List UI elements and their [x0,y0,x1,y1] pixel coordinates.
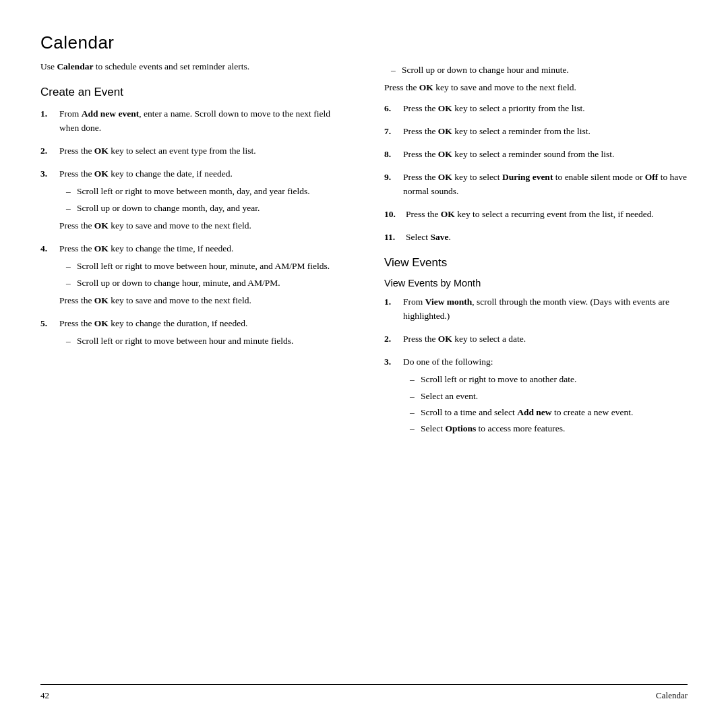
bold-text: OK [438,126,452,136]
list-item: 2. Press the OK key to select an event t… [40,144,344,160]
list-item: – Scroll up or down to change hour and m… [391,63,688,77]
bold-text: OK [94,295,109,305]
create-event-title: Create an Event [40,86,344,99]
bold-text: OK [441,209,455,219]
create-event-list: 1. From Add new event, enter a name. Scr… [40,107,344,352]
list-item: – Scroll up or down to change month, day… [66,202,344,215]
duration-continued-bullets: – Scroll up or down to change hour and m… [391,63,688,77]
item-num: 6. [384,102,403,115]
bold-text: OK [94,220,109,231]
item-content: Press the OK key to change the time, if … [59,242,344,310]
bullet-list: – Scroll left or right to move between m… [66,185,344,215]
item-content: Press the OK key to select a priority fr… [403,102,688,118]
bullet-list: – Scroll left or right to move between h… [66,260,344,290]
item-content: Press the OK key to select During event … [403,171,688,201]
dash-icon: – [66,276,77,290]
item-content: Press the OK key to select a recurring e… [406,208,688,224]
item-num: 3. [40,167,59,181]
bold-text: OK [94,169,109,179]
item-content: Do one of the following: – Scroll left o… [403,355,688,439]
bullet-list: – Scroll left or right to move between h… [66,334,344,348]
list-item: 7. Press the OK key to select a reminder… [384,125,688,141]
footer-page-num: 42 [40,690,49,701]
bold-text: OK [94,243,109,253]
list-item: 4. Press the OK key to change the time, … [40,242,344,310]
item-num: 2. [384,332,403,346]
item-text: Press the OK key to change the duration,… [59,317,344,330]
list-item: – Scroll left or right to move between m… [66,185,344,198]
dash-icon: – [66,202,77,215]
duration-ok-note: Press the OK key to save and move to the… [384,81,688,94]
view-events-title: View Events [384,256,688,270]
item-text: Press the OK key to change the time, if … [59,242,344,255]
list-item: – Select Options to access more features… [410,422,688,435]
list-item: – Scroll left or right to move between h… [66,334,344,348]
bullet-text: Scroll up or down to change hour, minute… [77,276,344,290]
item-num: 3. [384,355,403,369]
dash-icon: – [410,390,421,403]
list-item: 3. Do one of the following: – Scroll lef… [384,355,688,439]
intro-bold: Calendar [57,61,93,71]
item-text: Press the OK key to select an event type… [59,144,344,158]
bullet-text: Scroll to a time and select Add new to c… [421,406,688,419]
bullet-text: Select an event. [421,390,688,403]
bullet-list: – Scroll left or right to move to anothe… [410,373,688,435]
item-content: Press the OK key to change the date, if … [59,167,344,235]
item-text: Do one of the following: [403,355,688,369]
item-text: Select Save. [406,231,688,244]
bold-text: During event [502,172,553,182]
item-content: From Add new event, enter a name. Scroll… [59,107,344,138]
item-content: Press the OK key to select an event type… [59,144,344,160]
list-item: 1. From Add new event, enter a name. Scr… [40,107,344,138]
item-num: 1. [40,107,59,121]
bullet-text: Scroll up or down to change hour and min… [402,63,688,77]
list-item: 6. Press the OK key to select a priority… [384,102,688,118]
item-content: Press the OK key to select a reminder so… [403,148,688,164]
list-item: 1. From View month, scroll through the m… [384,295,688,326]
bold-text: Save [430,232,448,242]
bullet-text: Scroll left or right to move between hou… [77,334,344,348]
item-content: Select Save. [406,231,688,247]
list-item: – Scroll up or down to change hour, minu… [66,276,344,290]
item-text: Press the OK key to select a reminder so… [403,148,688,161]
footer-title: Calendar [656,690,688,701]
list-item: 9. Press the OK key to select During eve… [384,171,688,201]
item-content: Press the OK key to select a date. [403,332,688,348]
bullet-text: Scroll left or right to move to another … [421,373,688,386]
bold-text: Off [645,172,659,182]
list-item: 3. Press the OK key to change the date, … [40,167,344,235]
item-num: 8. [384,148,403,161]
bullet-text: Scroll left or right to move between hou… [77,260,344,273]
bold-text: OK [94,318,109,328]
ok-note: Press the OK key to save and move to the… [59,294,344,307]
item-num: 10. [384,208,406,221]
list-item: – Select an event. [410,390,688,403]
list-item: – Scroll to a time and select Add new to… [410,406,688,419]
item-num: 2. [40,144,59,158]
bullet-text: Scroll up or down to change month, day, … [77,202,344,215]
item-text: Press the OK key to select a recurring e… [406,208,688,221]
item-text: Press the OK key to select a priority fr… [403,102,688,115]
list-item: 5. Press the OK key to change the durati… [40,317,344,353]
dash-icon: – [66,334,77,348]
ok-note: Press the OK key to save and move to the… [59,219,344,233]
content-area: Calendar Use Calendar to schedule events… [40,32,688,684]
item-text: Press the OK key to change the date, if … [59,167,344,181]
intro-text: Use Calendar to schedule events and set … [40,60,344,73]
dash-icon: – [410,373,421,386]
list-item: – Scroll left or right to move between h… [66,260,344,273]
bold-text: Options [445,423,476,433]
bullet-text: Scroll left or right to move between mon… [77,185,344,198]
item-num: 1. [384,295,403,309]
list-item: 11. Select Save. [384,231,688,247]
item-num: 9. [384,171,403,184]
list-item: 10. Press the OK key to select a recurri… [384,208,688,224]
bold-text: View month [425,297,473,307]
bold-text: Add new event [82,109,140,119]
bold-text: OK [438,172,452,182]
item-text: From Add new event, enter a name. Scroll… [59,107,344,135]
dash-icon: – [410,406,421,419]
left-column: Calendar Use Calendar to schedule events… [40,32,357,684]
item-text: Press the OK key to select a reminder fr… [403,125,688,138]
item-text: Press the OK key to select During event … [403,171,688,198]
